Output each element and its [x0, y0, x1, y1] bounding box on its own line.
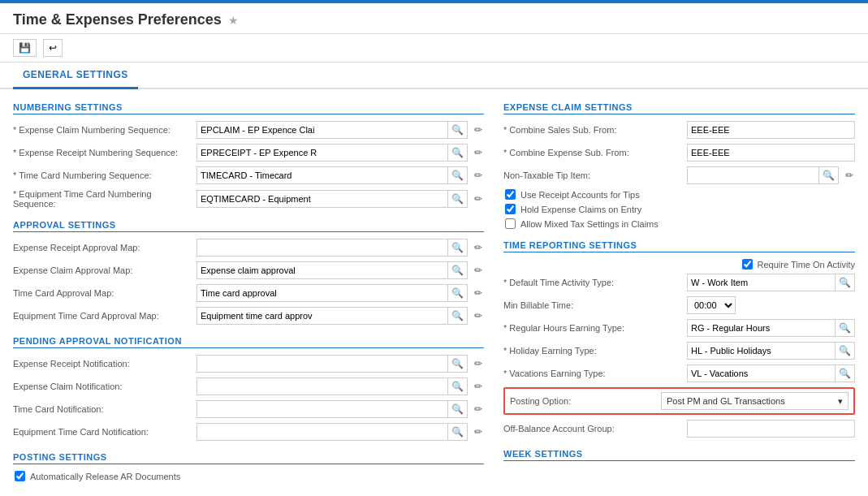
eq-timecard-approval-search-btn[interactable]: 🔍 — [447, 308, 467, 324]
off-balance-row: Off-Balance Account Group: — [503, 420, 855, 438]
regular-hours-label: * Regular Hours Earning Type: — [503, 323, 682, 333]
non-taxable-edit-btn[interactable]: ✏ — [844, 168, 855, 183]
time-reporting-header: TIME REPORTING SETTINGS — [503, 240, 855, 252]
expense-receipt-numbering-edit-btn[interactable]: ✏ — [473, 145, 484, 160]
expense-receipt-approval-search-btn[interactable]: 🔍 — [447, 239, 467, 256]
min-billable-row: Min Billable Time: 00:00 — [503, 296, 855, 314]
expense-claim-numbering-edit-btn[interactable]: ✏ — [473, 123, 484, 137]
default-time-search-btn[interactable]: 🔍 — [835, 274, 854, 291]
timecard-approval-search-btn[interactable]: 🔍 — [447, 285, 467, 301]
timecard-notif-search-btn[interactable]: 🔍 — [447, 401, 467, 417]
auto-release-row: Automatically Release AR Documents — [13, 471, 484, 481]
eq-timecard-approval-input[interactable] — [197, 308, 447, 324]
expense-receipt-notif-edit-btn[interactable]: ✏ — [473, 356, 484, 371]
expense-receipt-numbering-search-btn[interactable]: 🔍 — [447, 144, 467, 161]
timecard-notif-row: Time Card Notification: 🔍 ✏ — [13, 400, 484, 418]
default-time-input[interactable] — [688, 274, 835, 291]
regular-hours-search-btn[interactable]: 🔍 — [835, 320, 854, 336]
expense-claim-notif-search-btn[interactable]: 🔍 — [447, 378, 467, 395]
expense-receipt-notif-input[interactable] — [197, 356, 447, 372]
left-panel: NUMBERING SETTINGS * Expense Claim Numbe… — [13, 102, 484, 491]
default-time-input-wrap: 🔍 — [687, 274, 855, 291]
timecard-numbering-edit-btn[interactable]: ✏ — [473, 168, 484, 183]
expense-claim-approval-input[interactable] — [197, 262, 447, 278]
expense-claim-notif-input[interactable] — [197, 378, 447, 395]
eq-timecard-notif-input[interactable] — [197, 424, 447, 440]
expense-claim-notif-row: Expense Claim Notification: 🔍 ✏ — [13, 377, 484, 395]
expense-claim-approval-input-wrap: 🔍 — [196, 261, 468, 279]
auto-release-checkbox[interactable] — [15, 471, 25, 481]
holiday-row: * Holiday Earning Type: 🔍 — [503, 342, 855, 360]
holiday-search-btn[interactable]: 🔍 — [835, 343, 854, 359]
expense-claim-numbering-input[interactable] — [197, 122, 447, 138]
favorite-icon[interactable]: ★ — [228, 14, 239, 27]
undo-button[interactable]: ↩ — [43, 39, 63, 57]
combine-sales-input[interactable] — [688, 122, 854, 138]
non-taxable-input[interactable] — [688, 167, 818, 183]
expense-claim-approval-search-btn[interactable]: 🔍 — [447, 262, 467, 278]
main-content: NUMBERING SETTINGS * Expense Claim Numbe… — [0, 89, 868, 496]
off-balance-input[interactable] — [688, 421, 854, 437]
numbering-settings-header: NUMBERING SETTINGS — [13, 102, 484, 114]
eq-timecard-notif-input-wrap: 🔍 — [196, 423, 468, 441]
default-time-row: * Default Time Activity Type: 🔍 — [503, 274, 855, 291]
tab-general-settings[interactable]: GENERAL SETTINGS — [13, 63, 138, 89]
eq-timecard-numbering-search-btn[interactable]: 🔍 — [447, 191, 467, 207]
expense-claim-notif-edit-btn[interactable]: ✏ — [473, 379, 484, 394]
timecard-notif-input[interactable] — [197, 401, 447, 417]
save-button[interactable]: 💾 — [13, 39, 37, 57]
eq-timecard-notif-edit-btn[interactable]: ✏ — [473, 425, 484, 439]
holiday-input[interactable] — [688, 343, 835, 359]
eq-timecard-numbering-input[interactable] — [197, 191, 447, 207]
regular-hours-input[interactable] — [688, 320, 835, 336]
expense-receipt-numbering-input-wrap: 🔍 — [196, 144, 468, 162]
combine-sales-input-wrap — [687, 121, 855, 139]
vacations-search-btn[interactable]: 🔍 — [835, 365, 854, 382]
expense-receipt-notif-label: Expense Receipt Notification: — [13, 359, 192, 369]
use-receipt-checkbox[interactable] — [505, 189, 516, 200]
non-taxable-label: Non-Taxable Tip Item: — [503, 170, 682, 180]
hold-expense-checkbox[interactable] — [505, 204, 516, 214]
posting-option-dropdown[interactable]: Post PM and GL Transactions ▾ — [661, 392, 849, 410]
hold-expense-row: Hold Expense Claims on Entry — [503, 204, 855, 214]
allow-mixed-row: Allow Mixed Tax Settings in Claims — [503, 218, 855, 229]
expense-claim-approval-row: Expense Claim Approval Map: 🔍 ✏ — [13, 261, 484, 279]
timecard-numbering-search-btn[interactable]: 🔍 — [447, 167, 467, 183]
min-billable-select[interactable]: 00:00 — [687, 296, 736, 314]
posting-option-row: Posting Option: Post PM and GL Transacti… — [503, 387, 855, 415]
require-time-label: Require Time On Activity — [758, 260, 855, 270]
combine-expense-row: * Combine Expense Sub. From: — [503, 144, 855, 162]
require-time-checkbox[interactable] — [742, 259, 753, 270]
expense-claim-numbering-search-btn[interactable]: 🔍 — [447, 122, 467, 138]
expense-receipt-approval-edit-btn[interactable]: ✏ — [473, 240, 484, 255]
combine-expense-input[interactable] — [688, 144, 854, 161]
timecard-approval-input[interactable] — [197, 285, 447, 301]
non-taxable-search-btn[interactable]: 🔍 — [818, 167, 838, 183]
pending-notification-header: PENDING APPROVAL NOTIFICATION — [13, 336, 484, 348]
non-taxable-row: Non-Taxable Tip Item: 🔍 ✏ — [503, 166, 855, 184]
expense-receipt-notif-search-btn[interactable]: 🔍 — [447, 356, 467, 372]
eq-timecard-notif-search-btn[interactable]: 🔍 — [447, 424, 467, 440]
expense-claim-approval-edit-btn[interactable]: ✏ — [473, 263, 484, 278]
timecard-numbering-input[interactable] — [197, 167, 447, 183]
expense-receipt-numbering-label: * Expense Receipt Numbering Sequence: — [13, 148, 192, 157]
timecard-approval-edit-btn[interactable]: ✏ — [473, 286, 484, 300]
page-title: Time & Expenses Preferences — [13, 11, 222, 28]
allow-mixed-checkbox[interactable] — [505, 218, 516, 229]
expense-receipt-approval-row: Expense Receipt Approval Map: 🔍 ✏ — [13, 239, 484, 257]
eq-timecard-numbering-edit-btn[interactable]: ✏ — [473, 192, 484, 206]
vacations-input[interactable] — [688, 365, 835, 382]
expense-receipt-numbering-input[interactable] — [197, 144, 447, 161]
timecard-notif-edit-btn[interactable]: ✏ — [473, 402, 484, 416]
expense-claim-numbering-label: * Expense Claim Numbering Sequence: — [13, 125, 192, 135]
vacations-row: * Vacations Earning Type: 🔍 — [503, 364, 855, 382]
off-balance-input-wrap — [687, 420, 855, 438]
holiday-input-wrap: 🔍 — [687, 342, 855, 360]
combine-sales-label: * Combine Sales Sub. From: — [503, 125, 682, 135]
eq-timecard-approval-edit-btn[interactable]: ✏ — [473, 308, 484, 323]
eq-timecard-approval-input-wrap: 🔍 — [196, 307, 468, 325]
expense-receipt-notif-input-wrap: 🔍 — [196, 355, 468, 373]
expense-receipt-approval-input[interactable] — [197, 239, 447, 256]
combine-expense-label: * Combine Expense Sub. From: — [503, 148, 682, 157]
non-taxable-input-wrap: 🔍 — [687, 166, 839, 184]
